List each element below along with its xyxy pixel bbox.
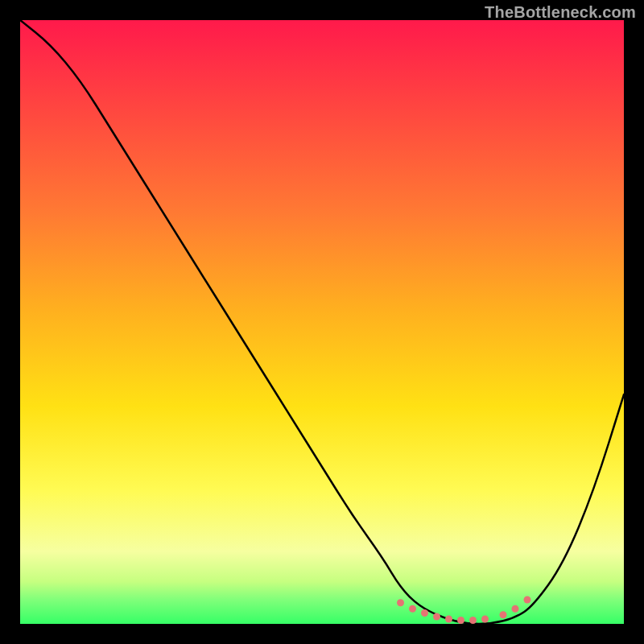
trough-marker-dot bbox=[421, 609, 428, 617]
chart-svg bbox=[20, 20, 624, 624]
trough-marker-dot bbox=[512, 605, 519, 613]
chart-frame: TheBottleneck.com bbox=[0, 0, 644, 644]
trough-marker-dot bbox=[433, 613, 440, 621]
trough-marker-dot bbox=[481, 616, 489, 623]
bottleneck-curve-line bbox=[20, 20, 624, 624]
gradient-plot-area bbox=[20, 20, 624, 624]
trough-marker-dot bbox=[469, 617, 477, 624]
trough-marker-dot bbox=[457, 617, 464, 624]
trough-marker-dot bbox=[409, 605, 416, 613]
watermark-label: TheBottleneck.com bbox=[485, 3, 636, 22]
trough-marker-group bbox=[397, 597, 531, 625]
trough-marker-dot bbox=[445, 616, 452, 623]
trough-marker-dot bbox=[397, 599, 404, 606]
trough-marker-dot bbox=[500, 611, 507, 618]
trough-marker-dot bbox=[524, 597, 531, 604]
